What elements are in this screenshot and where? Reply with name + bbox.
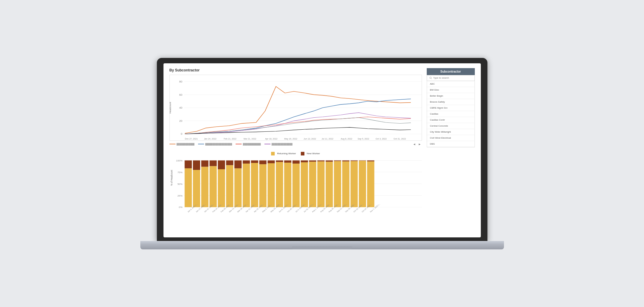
legend-item-3: ████████████: [236, 143, 261, 145]
legend-label-1: ████████████: [177, 143, 195, 145]
bar-new-23: [367, 160, 374, 161]
main-charts-area: By Subcontractor Headcount: [169, 68, 422, 223]
bar-new-1: [185, 160, 192, 168]
svg-text:Jul 11, 2022: Jul 11, 2022: [322, 138, 333, 140]
sidebar: Subcontractor ABC BW Elec Better Begin B…: [427, 68, 475, 223]
sidebar-item-city-wide[interactable]: City Wide Millwright: [427, 129, 475, 135]
legend-line-4: [264, 144, 270, 144]
svg-text:Jan 24, 2022: Jan 24, 2022: [204, 138, 216, 140]
sidebar-item-casillas-contr[interactable]: Casillas Contr: [427, 117, 475, 123]
bar-new-14: [292, 160, 300, 164]
bar-returning-2: [193, 170, 200, 207]
bar-new-4: [209, 160, 217, 166]
sidebar-item-dbs[interactable]: DBS: [427, 141, 475, 147]
sidebar-search[interactable]: [427, 75, 475, 81]
bars-group: [185, 160, 374, 207]
svg-text:Mar 21, 2022: Mar 21, 2022: [243, 138, 256, 140]
svg-text:Dec 27, 2021: Dec 27, 2021: [185, 138, 198, 140]
search-icon: [429, 77, 432, 80]
sidebar-item-central[interactable]: Central Concrete: [427, 123, 475, 129]
bar-returning-14: [292, 164, 300, 207]
bar-new-12: [276, 160, 283, 162]
bar-returning-7: [234, 168, 242, 207]
returning-worker-label: Returning Worker: [277, 152, 296, 155]
bar-new-8: [243, 160, 250, 164]
bar-returning-15: [301, 162, 308, 207]
screen-bezel: By Subcontractor Headcount: [157, 58, 487, 241]
svg-text:80: 80: [179, 80, 182, 83]
line-chart-section: Headcount 80 60 4: [169, 75, 422, 146]
sidebar-item-bravos[interactable]: Bravos Safety: [427, 99, 475, 105]
svg-text:Aug 8, 2022: Aug 8, 2022: [340, 138, 352, 140]
new-worker-label: New Worker: [307, 152, 320, 155]
svg-text:0%: 0%: [179, 206, 182, 208]
bar-chart-section: Returning Worker New Worker: [169, 152, 422, 217]
chart-title: By Subcontractor: [169, 68, 422, 72]
bar-returning-23: [367, 161, 374, 207]
new-worker-color: [301, 152, 304, 155]
bar-returning-18: [325, 161, 333, 207]
bar-returning-6: [226, 165, 233, 207]
next-button[interactable]: ►: [418, 143, 422, 146]
svg-text:100%: 100%: [176, 159, 182, 162]
svg-text:Apr 18, 2022: Apr 18, 2022: [265, 138, 277, 140]
bar-new-3: [201, 160, 208, 167]
bar-new-2: [193, 160, 200, 170]
bar-new-17: [317, 160, 325, 161]
bar-returning-5: [218, 169, 225, 207]
bar-returning-20: [342, 161, 349, 207]
bar-new-15: [301, 160, 308, 162]
bar-new-18: [325, 160, 333, 161]
svg-text:40: 40: [179, 106, 182, 109]
search-input[interactable]: [433, 77, 472, 79]
sidebar-item-casillas[interactable]: Casillas: [427, 111, 475, 117]
bar-returning-1: [185, 168, 192, 207]
svg-text:Jun 13, 2022: Jun 13, 2022: [304, 138, 316, 140]
line-chart-legend: ████████████ ██████████████████ ████████…: [169, 143, 422, 146]
svg-point-33: [429, 77, 431, 78]
legend-item-4: ██████████████: [264, 143, 292, 145]
y-axis-label: Headcount: [169, 102, 171, 113]
line-chart-container: Headcount 80 60 4: [169, 75, 422, 141]
svg-text:Sep 5, 2022: Sep 5, 2022: [357, 138, 369, 140]
bar-chart-svg: 100% 75% 50% 25% 0% % of Headcount: [169, 157, 422, 217]
sidebar-item-better[interactable]: Better Begin: [427, 93, 475, 99]
returning-worker-legend: Returning Worker: [271, 152, 296, 155]
bar-returning-9: [251, 163, 258, 207]
bar-new-16: [309, 160, 316, 161]
bar-returning-16: [309, 161, 316, 207]
bar-new-20: [342, 160, 349, 161]
bar-new-7: [234, 160, 242, 168]
line-chart-svg: 80 60 40 20 0 Dec 27, 2021 Jan 24, 2022 …: [170, 75, 422, 140]
sidebar-item-bw[interactable]: BW Elec: [427, 87, 475, 93]
legend-line-2: [198, 144, 204, 144]
sidebar-item-abc[interactable]: ABC: [427, 81, 475, 87]
svg-text:20: 20: [179, 119, 182, 122]
sidebar-item-civil-west[interactable]: Civil West Electrical: [427, 135, 475, 141]
bar-new-19: [334, 160, 341, 161]
legend-label-4: ██████████████: [272, 143, 292, 145]
legend-item-2: ██████████████████: [198, 143, 232, 145]
sidebar-header: Subcontractor: [427, 68, 475, 75]
svg-text:% of Headcount: % of Headcount: [170, 170, 173, 185]
laptop-screen: By Subcontractor Headcount: [163, 63, 481, 237]
legend-line-1: [169, 144, 175, 144]
bar-returning-21: [350, 161, 358, 207]
bar-new-9: [251, 160, 258, 163]
bar-returning-10: [259, 164, 266, 207]
bar-returning-3: [201, 167, 208, 207]
bar-returning-22: [359, 161, 366, 207]
legend-nav[interactable]: ◄ ►: [412, 143, 422, 146]
prev-button[interactable]: ◄: [412, 143, 417, 146]
bar-returning-13: [284, 162, 291, 207]
sidebar-item-cbre[interactable]: CBRE Mgmt Srv: [427, 105, 475, 111]
bar-new-13: [284, 160, 291, 162]
returning-worker-color: [271, 152, 275, 155]
bar-returning-17: [317, 161, 325, 207]
bar-returning-4: [209, 166, 217, 207]
bar-new-6: [226, 160, 233, 165]
svg-text:60: 60: [179, 93, 182, 96]
svg-text:May 16, 2022: May 16, 2022: [284, 138, 297, 140]
svg-text:Feb 21, 2022: Feb 21, 2022: [224, 138, 236, 140]
bar-new-22: [359, 160, 366, 161]
